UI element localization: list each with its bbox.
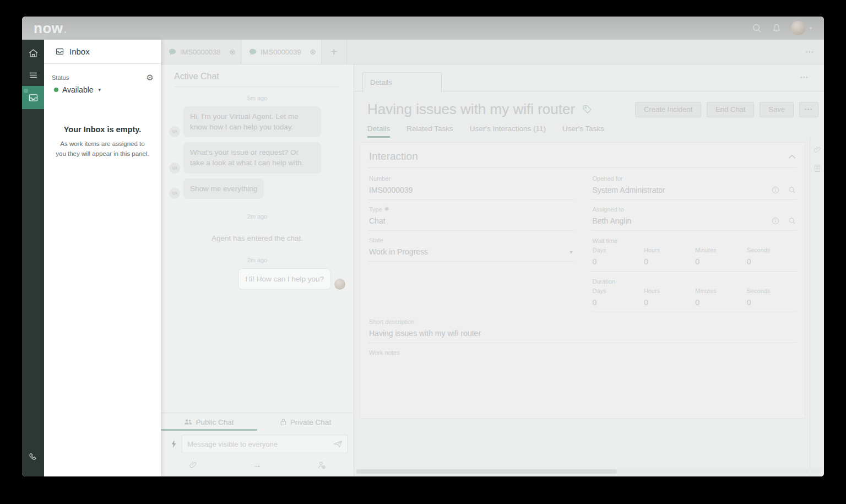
- time-value: 0: [592, 256, 643, 271]
- sub-tab-details[interactable]: Details: [367, 124, 390, 138]
- chat-mode-tabs: Public Chat Private Chat: [161, 413, 354, 431]
- required-marker: ✱: [384, 206, 389, 213]
- availability-dropdown[interactable]: Available ▾: [54, 85, 153, 94]
- end-chat-button[interactable]: End Chat: [707, 102, 754, 117]
- inbox-empty-description: As work items are assigned to you they w…: [55, 139, 150, 159]
- record-header: Having issues with my wifi router Create…: [354, 91, 824, 118]
- wait-time-group-label: Wait time: [593, 237, 796, 244]
- state-select[interactable]: Work in Progress ▾: [368, 246, 574, 262]
- quick-actions-lightning-icon[interactable]: [166, 440, 181, 448]
- nav-home-button[interactable]: [22, 42, 44, 64]
- short-description-field[interactable]: Having issues with my wifi router: [368, 328, 797, 343]
- time-column-label: Seconds: [747, 288, 796, 294]
- scrollbar-thumb[interactable]: [356, 469, 617, 474]
- field-value: Having issues with my wifi router: [369, 329, 796, 338]
- inbox-tray-icon: [55, 47, 64, 56]
- lock-icon: [280, 418, 287, 426]
- user-menu-caret-icon[interactable]: ▾: [809, 25, 812, 31]
- time-value: 0: [694, 297, 745, 312]
- notifications-bell-icon[interactable]: [772, 23, 782, 34]
- phone-icon: [28, 452, 39, 463]
- send-message-icon[interactable]: [333, 440, 343, 448]
- list-icon: [28, 70, 39, 80]
- field-value: Chat: [369, 216, 573, 225]
- time-column-label: Days: [593, 288, 642, 294]
- workspace-tab-ims0000038[interactable]: IMS0000038 ⊗: [161, 40, 241, 64]
- interaction-form: Interaction Number IMS00: [354, 138, 810, 476]
- work-notes-field[interactable]: [368, 359, 797, 408]
- tab-label: IMS0000038: [180, 48, 225, 56]
- time-column-label: Minutes: [695, 247, 744, 253]
- time-column-label: Minutes: [695, 288, 744, 294]
- select-caret-icon: ▾: [570, 249, 572, 255]
- attach-file-paperclip-icon[interactable]: [161, 460, 225, 469]
- time-column-label: Days: [593, 247, 642, 253]
- public-chat-tab[interactable]: Public Chat: [161, 413, 257, 431]
- tab-strip-more-icon[interactable]: •••: [806, 49, 814, 55]
- sub-tab-users-interactions[interactable]: User's Interactions (11): [470, 124, 546, 138]
- inbox-panel: Inbox Status ⚙ Available ▾ Your Inbox is…: [44, 40, 161, 476]
- details-more-icon[interactable]: •••: [800, 74, 809, 80]
- virtual-agent-avatar: VA: [169, 126, 180, 137]
- inbox-panel-title: Inbox: [69, 47, 90, 56]
- virtual-agent-avatar: VA: [169, 188, 180, 199]
- assigned-to-field[interactable]: Beth Anglin: [592, 215, 798, 231]
- left-nav-rail: [22, 40, 44, 476]
- collapse-section-chevron-up-icon[interactable]: [788, 154, 796, 159]
- close-tab-icon[interactable]: ⊗: [229, 47, 236, 56]
- nav-inbox-button[interactable]: [22, 86, 44, 109]
- number-field[interactable]: IMS0000039: [368, 185, 574, 200]
- chat-panel-title: Active Chat: [174, 72, 340, 87]
- create-incident-button[interactable]: Create Incident: [635, 102, 701, 117]
- details-panel-tab[interactable]: Details: [362, 72, 442, 92]
- close-tab-icon[interactable]: ⊗: [310, 47, 316, 56]
- record-more-actions-button[interactable]: •••: [799, 102, 818, 117]
- opened-for-field[interactable]: System Administrator: [592, 185, 798, 200]
- main-content: IMS0000038 ⊗ IMS0000039 ⊗ + ••• Active C…: [161, 40, 824, 476]
- field-label: Opened for: [593, 175, 796, 182]
- user-avatar[interactable]: [791, 21, 805, 35]
- nav-list-button[interactable]: [22, 64, 44, 86]
- chat-bubble-icon: [169, 48, 176, 56]
- reference-lookup-search-icon[interactable]: [788, 217, 796, 225]
- inbox-panel-header: Inbox: [44, 40, 161, 64]
- agent-avatar: [334, 279, 345, 290]
- chat-input-box: [182, 435, 348, 453]
- people-icon: [184, 419, 192, 425]
- field-value: IMS0000039: [369, 186, 573, 194]
- chat-timestamp: 2m ago: [169, 257, 345, 263]
- chat-message-input[interactable]: [187, 440, 333, 448]
- preview-record-info-icon[interactable]: [772, 186, 779, 194]
- duration-values[interactable]: 0 0 0 0: [592, 297, 798, 312]
- escalate-arrow-icon[interactable]: →: [225, 460, 290, 470]
- available-status-dot: [54, 88, 58, 92]
- new-tab-button[interactable]: +: [322, 40, 347, 64]
- add-participant-icon[interactable]: [289, 461, 354, 469]
- tab-label: IMS0000039: [261, 48, 306, 56]
- notes-document-icon[interactable]: [814, 164, 821, 172]
- save-button[interactable]: Save: [760, 102, 794, 117]
- inbox-settings-gear-icon[interactable]: ⚙: [147, 73, 154, 82]
- chat-timestamp: 5m ago: [169, 95, 345, 101]
- wait-time-values[interactable]: 0 0 0 0: [592, 256, 798, 272]
- field-label: Short description: [369, 318, 796, 325]
- reference-lookup-search-icon[interactable]: [788, 186, 796, 194]
- private-chat-tab[interactable]: Private Chat: [257, 413, 354, 431]
- global-search-icon[interactable]: [752, 23, 762, 34]
- field-value: System Administrator: [593, 186, 772, 194]
- horizontal-scrollbar[interactable]: [356, 469, 821, 474]
- type-field[interactable]: Chat: [368, 215, 574, 231]
- time-column-label: Seconds: [747, 247, 796, 253]
- field-label: Work notes: [369, 349, 796, 356]
- tag-icon[interactable]: [583, 105, 592, 114]
- nav-phone-button[interactable]: [22, 446, 44, 468]
- workspace-tab-ims0000039[interactable]: IMS0000039 ⊗: [241, 40, 322, 64]
- servicenow-logo: now: [34, 20, 66, 37]
- chat-message: What's your issue or request? Or take a …: [183, 142, 321, 173]
- sub-tab-related-tasks[interactable]: Related Tasks: [406, 124, 453, 138]
- chat-panel: Active Chat 5m ago VA Hi, I'm your Virtu…: [161, 64, 354, 476]
- sub-tab-users-tasks[interactable]: User's Tasks: [562, 124, 604, 138]
- attachments-paperclip-icon[interactable]: [814, 145, 821, 154]
- preview-record-info-icon[interactable]: [772, 217, 779, 225]
- time-value: 0: [746, 297, 797, 312]
